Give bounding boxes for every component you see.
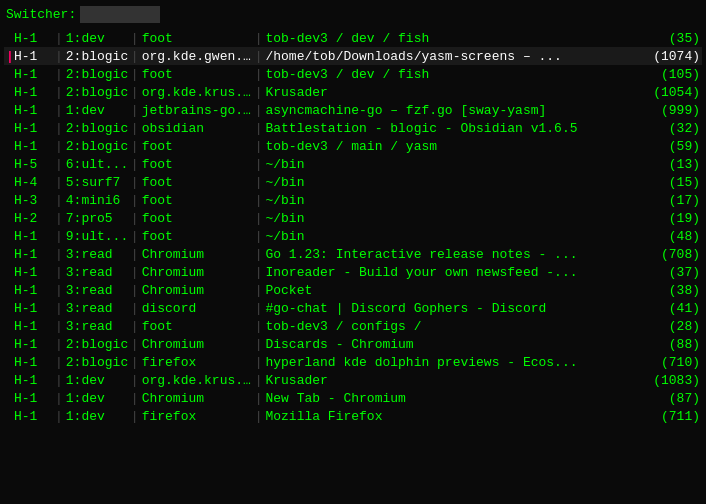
list-item[interactable]: H-1 | 3:read | discord | #go-chat | Disc… (4, 299, 702, 317)
col-host: H-1 (14, 355, 52, 370)
col-title: Krusader (265, 85, 648, 100)
col-workspace: 7:pro5 (66, 211, 128, 226)
col-count: (711) (648, 409, 700, 424)
col-host: H-1 (14, 139, 52, 154)
col-count: (41) (648, 301, 700, 316)
col-host: H-1 (14, 31, 52, 46)
col-app: foot (142, 139, 252, 154)
header: Switcher: (4, 6, 702, 23)
list-item[interactable]: H-1 | 3:read | foot | tob-dev3 / configs… (4, 317, 702, 335)
list-item[interactable]: H-1 | 2:blogic | firefox | hyperland kde… (4, 353, 702, 371)
col-title: /home/tob/Downloads/yasm-screens – ... (265, 49, 648, 64)
list-item[interactable]: H-1 | 1:dev | org.kde.krus... | Krusader… (4, 371, 702, 389)
col-host: H-1 (14, 229, 52, 244)
col-count: (28) (648, 319, 700, 334)
col-host: H-1 (14, 391, 52, 406)
col-title: ~/bin (265, 157, 648, 172)
col-count: (19) (648, 211, 700, 226)
list-item[interactable]: H-1 | 2:blogic | obsidian | Battlestatio… (4, 119, 702, 137)
col-workspace: 3:read (66, 301, 128, 316)
list-item[interactable]: H-1 | 1:dev | foot | tob-dev3 / dev / fi… (4, 29, 702, 47)
col-title: Discards - Chromium (265, 337, 648, 352)
list-item[interactable]: H-1 | 1:dev | firefox | Mozilla Firefox … (4, 407, 702, 425)
col-count: (17) (648, 193, 700, 208)
col-workspace: 2:blogic (66, 121, 128, 136)
list-item[interactable]: H-1 | 2:blogic | foot | tob-dev3 / dev /… (4, 65, 702, 83)
col-workspace: 1:dev (66, 31, 128, 46)
switcher-input[interactable] (80, 6, 160, 23)
list-item[interactable]: H-1 | 2:blogic | foot | tob-dev3 / main … (4, 137, 702, 155)
col-count: (88) (648, 337, 700, 352)
col-title: Pocket (265, 283, 648, 298)
list-item[interactable]: H-3 | 4:mini6 | foot | ~/bin (17) (4, 191, 702, 209)
col-workspace: 2:blogic (66, 139, 128, 154)
col-title: hyperland kde dolphin previews - Ecos... (265, 355, 648, 370)
col-workspace: 3:read (66, 265, 128, 280)
col-workspace: 1:dev (66, 373, 128, 388)
col-host: H-1 (14, 301, 52, 316)
window-list: H-1 | 1:dev | foot | tob-dev3 / dev / fi… (4, 29, 702, 425)
col-workspace: 2:blogic (66, 67, 128, 82)
list-item[interactable]: H-1 | 2:blogic | org.kde.krus... | Krusa… (4, 83, 702, 101)
col-app: obsidian (142, 121, 252, 136)
col-title: Battlestation - blogic - Obsidian v1.6.5 (265, 121, 648, 136)
list-item[interactable]: H-1 | 1:dev | Chromium | New Tab - Chrom… (4, 389, 702, 407)
col-workspace: 2:blogic (66, 355, 128, 370)
list-item[interactable]: H-1 | 3:read | Chromium | Go 1.23: Inter… (4, 245, 702, 263)
col-count: (15) (648, 175, 700, 190)
col-app: Chromium (142, 247, 252, 262)
col-host: H-1 (14, 67, 52, 82)
list-item[interactable]: H-1 | 1:dev | jetbrains-go... | asyncmac… (4, 101, 702, 119)
col-workspace: 3:read (66, 283, 128, 298)
list-item[interactable]: | H-1 | 2:blogic | org.kde.gwen... | /ho… (4, 47, 702, 65)
col-count: (1074) (648, 49, 700, 64)
col-title: #go-chat | Discord Gophers - Discord (265, 301, 648, 316)
col-count: (35) (648, 31, 700, 46)
col-title: ~/bin (265, 211, 648, 226)
col-count: (1083) (648, 373, 700, 388)
list-item[interactable]: H-1 | 9:ult... | foot | ~/bin (48) (4, 227, 702, 245)
col-workspace: 1:dev (66, 409, 128, 424)
col-workspace: 3:read (66, 247, 128, 262)
col-title: tob-dev3 / dev / fish (265, 31, 648, 46)
list-item[interactable]: H-5 | 6:ult... | foot | ~/bin (13) (4, 155, 702, 173)
col-title: Mozilla Firefox (265, 409, 648, 424)
col-host: H-1 (14, 121, 52, 136)
list-item[interactable]: H-1 | 3:read | Chromium | Pocket (38) (4, 281, 702, 299)
col-title: Krusader (265, 373, 648, 388)
col-app: firefox (142, 355, 252, 370)
col-app: firefox (142, 409, 252, 424)
list-item[interactable]: H-2 | 7:pro5 | foot | ~/bin (19) (4, 209, 702, 227)
col-workspace: 3:read (66, 319, 128, 334)
col-host: H-1 (14, 265, 52, 280)
col-host: H-1 (14, 373, 52, 388)
col-workspace: 1:dev (66, 391, 128, 406)
col-app: foot (142, 229, 252, 244)
list-item[interactable]: H-1 | 3:read | Chromium | Inoreader - Bu… (4, 263, 702, 281)
col-count: (87) (648, 391, 700, 406)
col-count: (708) (648, 247, 700, 262)
col-app: foot (142, 319, 252, 334)
col-workspace: 2:blogic (66, 337, 128, 352)
col-host: H-1 (14, 85, 52, 100)
col-count: (105) (648, 67, 700, 82)
list-item[interactable]: H-1 | 2:blogic | Chromium | Discards - C… (4, 335, 702, 353)
col-title: New Tab - Chromium (265, 391, 648, 406)
col-app: foot (142, 175, 252, 190)
col-app: jetbrains-go... (142, 103, 252, 118)
col-title: ~/bin (265, 229, 648, 244)
col-app: org.kde.gwen... (142, 49, 252, 64)
col-app: org.kde.krus... (142, 373, 252, 388)
col-count: (37) (648, 265, 700, 280)
col-app: foot (142, 157, 252, 172)
col-app: Chromium (142, 265, 252, 280)
col-title: Inoreader - Build your own newsfeed -... (265, 265, 648, 280)
col-host: H-1 (14, 319, 52, 334)
active-indicator: | (6, 49, 14, 64)
col-count: (32) (648, 121, 700, 136)
col-host: H-2 (14, 211, 52, 226)
col-app: Chromium (142, 283, 252, 298)
list-item[interactable]: H-4 | 5:surf7 | foot | ~/bin (15) (4, 173, 702, 191)
col-title: tob-dev3 / configs / (265, 319, 648, 334)
col-workspace: 4:mini6 (66, 193, 128, 208)
